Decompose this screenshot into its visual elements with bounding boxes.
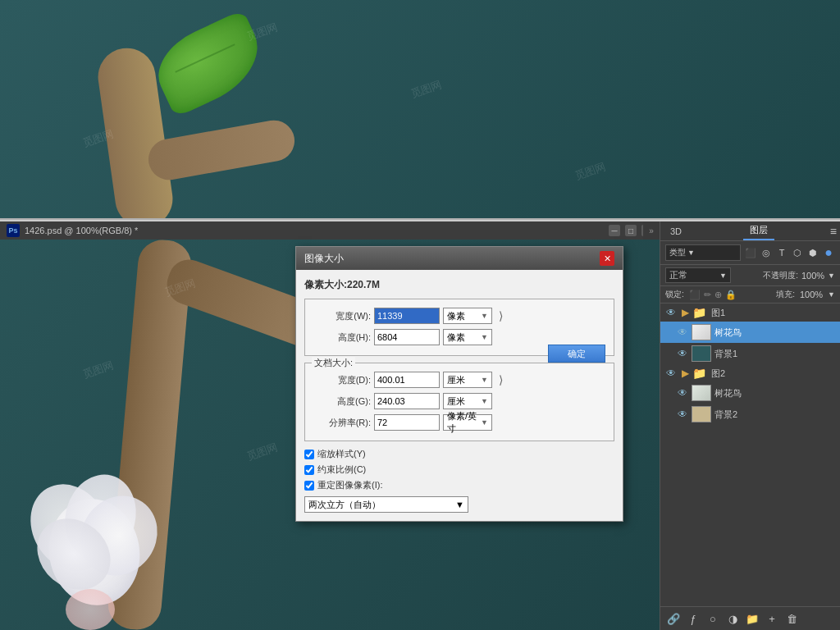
blend-mode-arrow: ▼: [719, 272, 727, 280]
doc-size-section-title: 文档大小:: [312, 357, 355, 369]
layer-shuhua-1[interactable]: 👁 树花鸟: [660, 322, 840, 343]
lock-icons: ⬛ ✏ ⊕ 🔒: [689, 290, 737, 300]
layer-vis-icon-6[interactable]: 👁: [677, 409, 688, 420]
resample-method-value: 两次立方（自动）: [308, 499, 381, 511]
doc-link-icon: ⟩: [499, 373, 503, 386]
tab-3d[interactable]: 3D: [664, 224, 688, 239]
filter-shape-icon[interactable]: ⬡: [791, 246, 804, 259]
layer-name-shuhua1: 树花鸟: [714, 326, 835, 339]
layer-bg2[interactable]: 👁 背景2: [660, 404, 840, 425]
resample-method-row: 两次立方（自动） ▼: [304, 496, 614, 513]
resolution-label: 分辨率(R):: [313, 417, 371, 429]
ps-window: Ps 1426.psd @ 100%(RGB/8) * ─ □ » 觅图网 觅图…: [0, 221, 840, 630]
scale-styles-checkbox[interactable]: [304, 450, 314, 459]
dialog-close-button[interactable]: ✕: [600, 251, 614, 266]
layer-name-shuhua2: 树花鸟: [714, 387, 835, 399]
lock-row: 锁定: ⬛ ✏ ⊕ 🔒 填充: 100% ▼: [660, 286, 840, 304]
resample-row: 重定图像像素(I):: [304, 479, 614, 491]
layer-vis-icon-5[interactable]: 👁: [677, 387, 688, 399]
layer-search[interactable]: 类型 ▼: [665, 244, 741, 261]
resolution-input[interactable]: [374, 414, 440, 431]
filter-toggle[interactable]: ●: [822, 246, 835, 259]
height-unit-arrow: ▼: [481, 333, 488, 341]
layer-effects-icon[interactable]: ƒ: [685, 610, 701, 627]
ok-button[interactable]: 确定: [548, 345, 605, 363]
lock-label: 锁定:: [665, 289, 684, 300]
layer-vis-icon-2[interactable]: 👁: [677, 326, 688, 338]
layer-shuhua-2[interactable]: 👁 树花鸟: [660, 382, 840, 404]
search-dropdown-arrow: ▼: [687, 249, 695, 257]
filter-smart-icon[interactable]: ⬢: [806, 246, 819, 259]
resample-label: 重定图像像素(I):: [317, 479, 382, 491]
height-label: 高度(H):: [313, 331, 371, 344]
layer-thumbnail-shuhua1: [692, 324, 711, 340]
search-type-label: 类型: [669, 247, 686, 258]
link-icon: ⟩: [499, 309, 503, 322]
dialog-body: 像素大小:220.7M 宽度(W): 像素 ▼ ⟩ 高度(H): 像素: [296, 270, 623, 521]
delete-layer-icon[interactable]: 🗑: [783, 610, 800, 627]
doc-height-label: 高度(G):: [313, 395, 371, 408]
resample-method-dropdown[interactable]: 两次立方（自动） ▼: [304, 496, 468, 513]
blend-opacity-row: 正常 ▼ 不透明度: 100% ▼: [660, 265, 840, 286]
constrain-label: 约束比例(C): [317, 463, 366, 476]
panel-toolbar: 类型 ▼ ⬛ ◎ T ⬡ ⬢ ●: [660, 241, 840, 265]
opacity-arrow[interactable]: ▼: [828, 272, 835, 280]
dialog-titlebar: 图像大小 ✕: [296, 247, 623, 270]
resolution-row: 分辨率(R): 像素/英寸 ▼: [313, 414, 605, 431]
tab-layers[interactable]: 图层: [743, 221, 774, 240]
resample-method-arrow: ▼: [455, 500, 464, 509]
layer-group-1[interactable]: 👁 ▶ 📁 图1: [660, 304, 840, 322]
height-input[interactable]: [374, 329, 440, 345]
layer-group-2[interactable]: 👁 ▶ 📁 图2: [660, 364, 840, 382]
panel-menu-icon[interactable]: ≡: [830, 225, 837, 238]
fill-arrow[interactable]: ▼: [828, 290, 835, 299]
doc-width-input[interactable]: [374, 372, 440, 388]
link-layers-icon[interactable]: 🔗: [665, 610, 682, 627]
lock-position-icon[interactable]: ✏: [704, 290, 711, 300]
panel-filter-icons: ⬛ ◎ T ⬡ ⬢ ●: [744, 246, 835, 259]
lock-all-icon[interactable]: 🔒: [725, 290, 737, 300]
blend-mode-dropdown[interactable]: 正常 ▼: [665, 267, 731, 283]
ps-title: 1426.psd @ 100%(RGB/8) *: [25, 226, 604, 235]
doc-height-row: 高度(G): 厘米 ▼: [313, 393, 605, 409]
layer-name-group2: 图2: [711, 368, 835, 380]
filter-pixel-icon[interactable]: ⬛: [744, 246, 757, 259]
constrain-checkbox[interactable]: [304, 465, 314, 475]
layer-bg1[interactable]: 👁 背景1: [660, 343, 840, 364]
pixel-size-label: 像素大小:220.7M: [304, 278, 614, 292]
layer-name-bg1: 背景1: [714, 348, 835, 360]
width-input[interactable]: [374, 308, 440, 324]
doc-width-unit-arrow: ▼: [481, 376, 488, 384]
maximize-button[interactable]: □: [625, 225, 637, 236]
layer-vis-icon-4[interactable]: 👁: [665, 368, 677, 379]
doc-height-unit-dropdown[interactable]: 厘米 ▼: [443, 393, 492, 409]
filter-adjust-icon[interactable]: ◎: [760, 246, 773, 259]
height-unit-dropdown[interactable]: 像素 ▼: [443, 329, 492, 345]
resolution-unit-dropdown[interactable]: 像素/英寸 ▼: [443, 414, 492, 431]
layer-vis-icon-3[interactable]: 👁: [677, 348, 688, 359]
new-layer-icon[interactable]: +: [764, 610, 780, 627]
folder-glyph-2: 📁: [692, 367, 706, 380]
layers-list: 👁 ▶ 📁 图1 👁 树花鸟 👁 背景1 👁 ▶ 📁: [660, 304, 840, 425]
constrain-row: 约束比例(C): [304, 463, 614, 476]
doc-width-unit-dropdown[interactable]: 厘米 ▼: [443, 372, 492, 388]
corner-arrow-icon: »: [649, 226, 654, 235]
height-row: 高度(H): 像素 ▼: [313, 329, 540, 345]
layer-mask-icon[interactable]: ○: [705, 610, 721, 627]
layer-vis-icon-1[interactable]: 👁: [665, 307, 677, 318]
lock-pixel-icon[interactable]: ⬛: [689, 290, 701, 300]
lock-move-icon[interactable]: ⊕: [714, 290, 722, 300]
right-panel: 3D 图层 ≡ 类型 ▼ ⬛ ◎ T ⬡ ⬢ ● 正常 ▼: [660, 221, 840, 630]
height-unit-label: 像素: [447, 331, 465, 344]
resample-checkbox[interactable]: [304, 481, 314, 491]
minimize-button[interactable]: ─: [609, 225, 620, 236]
new-group-icon[interactable]: 📁: [744, 610, 760, 627]
filter-text-icon[interactable]: T: [775, 246, 788, 259]
width-unit-dropdown[interactable]: 像素 ▼: [443, 308, 492, 324]
doc-height-unit-label: 厘米: [447, 395, 465, 408]
scale-styles-row: 缩放样式(Y): [304, 448, 614, 460]
adjustment-layer-icon[interactable]: ◑: [724, 610, 741, 627]
scale-styles-label: 缩放样式(Y): [317, 448, 366, 460]
panel-collapse-button[interactable]: »: [643, 221, 660, 240]
doc-height-input[interactable]: [374, 393, 440, 409]
